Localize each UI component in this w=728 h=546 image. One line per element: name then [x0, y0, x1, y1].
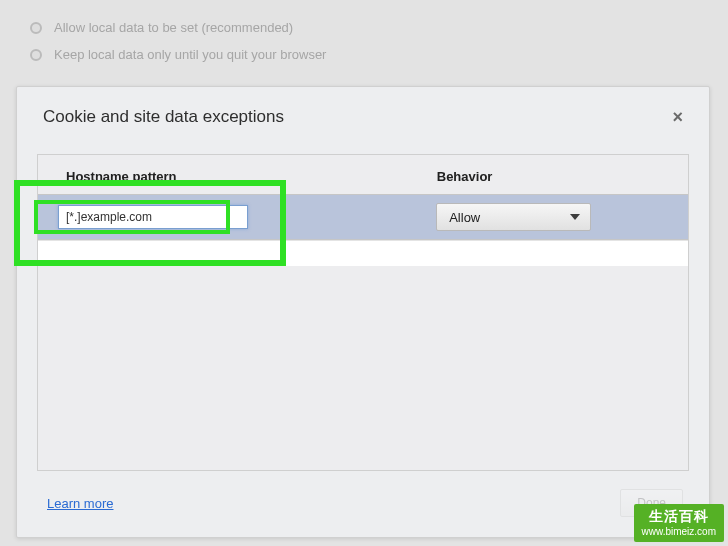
dialog-footer: Learn more Done: [17, 471, 709, 537]
behavior-selected-value: Allow: [449, 210, 480, 225]
learn-more-link[interactable]: Learn more: [47, 496, 113, 511]
cookie-exceptions-dialog: Cookie and site data exceptions × Hostna…: [16, 86, 710, 538]
watermark-url: www.bimeiz.com: [642, 525, 716, 538]
behavior-cell: Allow: [436, 203, 668, 231]
column-headers: Hostname pattern Behavior: [38, 155, 688, 194]
behavior-select[interactable]: Allow: [436, 203, 591, 231]
hostname-cell: [58, 205, 436, 229]
close-icon[interactable]: ×: [672, 107, 683, 128]
hostname-pattern-input[interactable]: [58, 205, 248, 229]
dialog-title: Cookie and site data exceptions: [43, 107, 284, 127]
chevron-down-icon: [570, 214, 580, 220]
dialog-header: Cookie and site data exceptions ×: [17, 87, 709, 142]
column-header-hostname: Hostname pattern: [66, 169, 437, 184]
table-row: Allow: [38, 194, 688, 240]
column-header-behavior: Behavior: [437, 169, 664, 184]
watermark: 生活百科 www.bimeiz.com: [634, 504, 724, 542]
autocomplete-dropdown: [38, 240, 688, 266]
exceptions-table: Hostname pattern Behavior Allow: [37, 154, 689, 471]
watermark-title: 生活百科: [642, 507, 716, 525]
